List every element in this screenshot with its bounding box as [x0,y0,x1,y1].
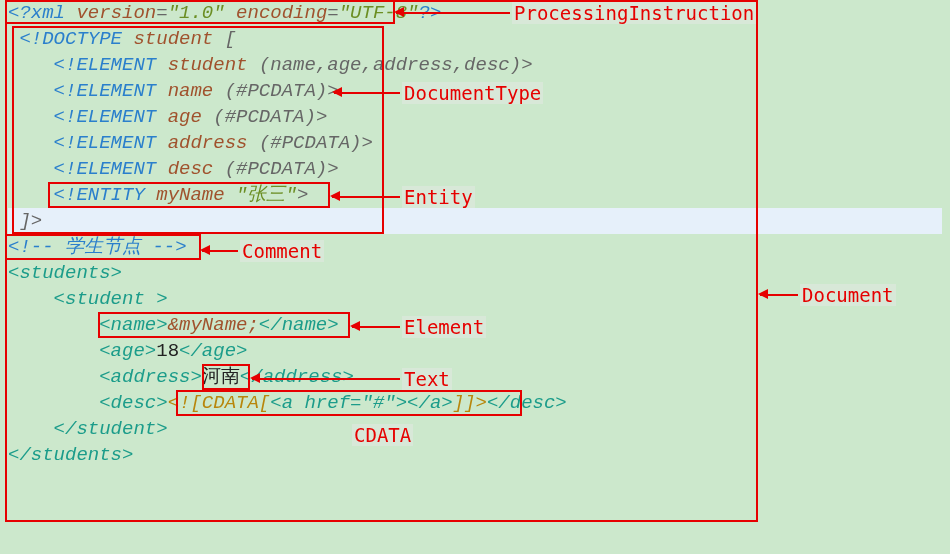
line-age-el: <age>18</age> [8,338,942,364]
label-element: Element [402,316,486,338]
code-editor: <?xml version="1.0" encoding="UTF-8"?> <… [0,0,950,468]
line-el-desc: <!ELEMENT desc (#PCDATA)> [8,156,942,182]
label-document: Document [800,284,896,306]
label-entity: Entity [402,186,475,208]
line-el-age: <!ELEMENT age (#PCDATA)> [8,104,942,130]
label-text: Text [402,368,452,390]
line-desc-el: <desc><![CDATA[<a href="#"></a>]]></desc… [8,390,942,416]
label-cdata: CDATA [352,424,413,446]
label-comment: Comment [240,240,324,262]
line-doctype-open: <!DOCTYPE student [ [8,26,942,52]
line-comment: <!-- 学生节点 --> [8,234,942,260]
line-xml-decl: <?xml version="1.0" encoding="UTF-8"?> [8,0,942,26]
line-el-address: <!ELEMENT address (#PCDATA)> [8,130,942,156]
line-address-el: <address>河南</address> [8,364,942,390]
line-students-open: <students> [8,260,942,286]
line-students-close: </students> [8,442,942,468]
line-student-close: </student> [8,416,942,442]
label-processing-instruction: ProcessingInstruction [512,2,756,24]
label-document-type: DocumentType [402,82,543,104]
xml-decl-open: <?xml [8,2,65,24]
line-doctype-close: ]> [8,208,942,234]
line-el-student: <!ELEMENT student (name,age,address,desc… [8,52,942,78]
line-entity: <!ENTITY myName "张三"> [8,182,942,208]
